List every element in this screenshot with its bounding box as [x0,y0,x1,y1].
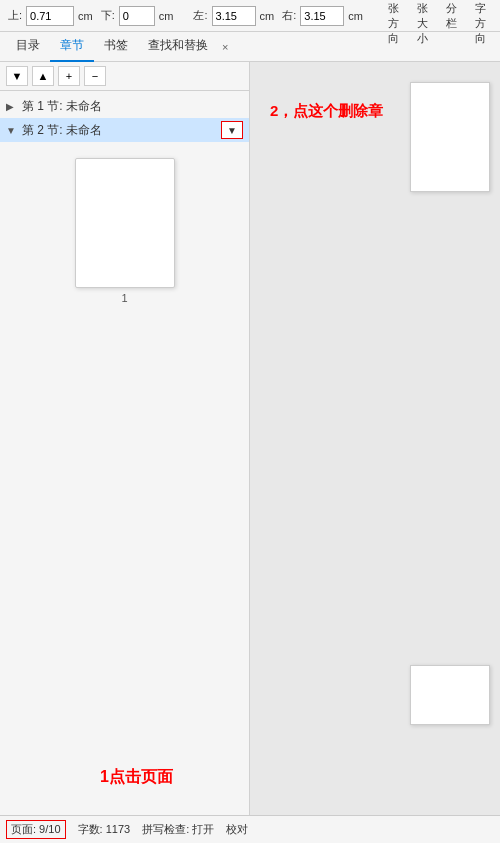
panel-toolbar: ▼ ▲ + − [0,62,249,91]
margin-right-unit: cm [348,10,363,22]
chapter-1-expand-icon: ▶ [6,101,18,112]
chapter-1-title: 第 1 节: 未命名 [22,98,243,115]
doc-preview-top [410,82,490,192]
chapter-2-dropdown-btn[interactable]: ▼ [221,121,243,139]
margin-right-label: 右: [282,8,296,23]
doc-preview-bottom [410,665,490,725]
add-chapter-btn[interactable]: + [58,66,80,86]
status-words: 字数: 1173 [78,822,131,837]
tab-findreplace[interactable]: 查找和替换 [138,32,218,62]
paper-dir-btn[interactable]: 纸张方向 [383,0,404,48]
tab-toc[interactable]: 目录 [6,32,50,62]
move-up-btn[interactable]: ▲ [32,66,54,86]
chapter-list: ▶ 第 1 节: 未命名 ▼ 第 2 节: 未命名 ▼ 1 [0,91,249,815]
page-thumb-1-container: 1 [75,158,175,304]
remove-chapter-btn[interactable]: − [84,66,106,86]
margin-bottom-input[interactable] [119,6,155,26]
left-panel: ▼ ▲ + − ▶ 第 1 节: 未命名 ▼ 第 2 节: 未命名 ▼ [0,62,250,815]
bottom-annotation: 1点击页面 [100,767,173,788]
tab-chapter[interactable]: 章节 [50,32,94,62]
columns-btn[interactable]: 分栏 [441,0,462,33]
margin-top-group: 上: cm [8,6,93,26]
chapter-item-2[interactable]: ▼ 第 2 节: 未命名 ▼ [0,118,249,142]
dropdown-icon: ▼ [227,125,237,136]
right-panel[interactable]: 2，点这个删除章 [250,62,500,815]
margin-left-input[interactable] [212,6,256,26]
text-dir-btn[interactable]: 文字方向 [470,0,491,48]
paper-size-btn[interactable]: 纸张大小 [412,0,433,48]
margin-top-label: 上: [8,8,22,23]
margin-right-input[interactable] [300,6,344,26]
margin-top-input[interactable] [26,6,74,26]
margin-bottom-label: 下: [101,8,115,23]
margin-bottom-unit: cm [159,10,174,22]
margin-left-unit: cm [260,10,275,22]
status-proofread: 校对 [226,822,248,837]
chapter-item-1[interactable]: ▶ 第 1 节: 未命名 [0,95,249,118]
statusbar: 页面: 9/10 字数: 1173 拼写检查: 打开 校对 [0,815,500,843]
margin-left-group: 左: cm [193,6,274,26]
main-layout: ▼ ▲ + − ▶ 第 1 节: 未命名 ▼ 第 2 节: 未命名 ▼ [0,62,500,815]
margin-right-group: 右: cm [282,6,363,26]
tab-close-btn[interactable]: × [222,41,228,53]
chapter-2-title: 第 2 节: 未命名 [22,122,221,139]
chapter-2-expand-icon: ▼ [6,125,18,136]
move-down-btn[interactable]: ▼ [6,66,28,86]
margin-top-unit: cm [78,10,93,22]
status-spellcheck: 拼写检查: 打开 [142,822,214,837]
margin-left-label: 左: [193,8,207,23]
main-annotation: 2，点这个删除章 [270,102,383,121]
top-toolbar: 上: cm 下: cm 左: cm 右: cm 纸张方向 纸张大小 分栏 文字方… [0,0,500,32]
tab-bookmark[interactable]: 书签 [94,32,138,62]
page-thumb-1[interactable] [75,158,175,288]
status-pages: 页面: 9/10 [6,820,66,839]
margin-bottom-group: 下: cm [101,6,174,26]
pages-area: 1 [0,142,249,320]
page-number-1: 1 [121,292,127,304]
